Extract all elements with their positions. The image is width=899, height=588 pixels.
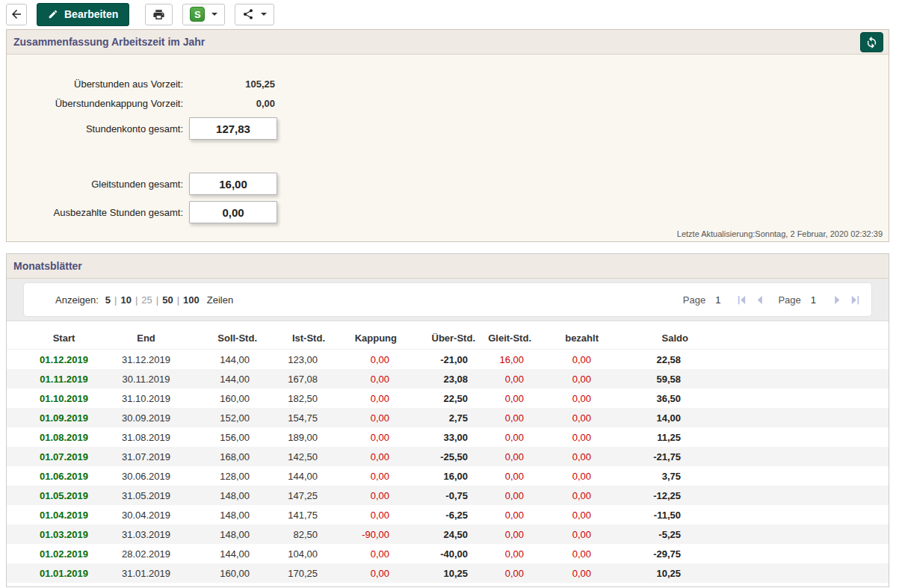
cell-1: 31.10.2019 <box>111 393 182 404</box>
prev-page-icon[interactable] <box>754 294 765 306</box>
cell-0: 01.01.2019 <box>17 568 111 579</box>
cell-0: 01.09.2019 <box>17 412 111 424</box>
export-button[interactable]: S <box>182 4 225 25</box>
cell-8: 3,75 <box>602 471 691 482</box>
cell-3: 142,50 <box>260 451 328 462</box>
cell-5: -25,50 <box>400 451 478 462</box>
cell-8: -21,75 <box>602 451 691 462</box>
table-row[interactable]: 01.02.201928.02.2019144,00104,000,00-40,… <box>7 544 889 563</box>
cell-5: -0,75 <box>400 490 478 501</box>
cell-2: 144,00 <box>182 374 260 385</box>
cell-2: 168,00 <box>182 451 260 462</box>
cell-3: 182,50 <box>260 393 328 404</box>
grid-pager-inner: Anzeigen: 5|10|25|50|100 Zeilen Page 1 P… <box>23 282 872 317</box>
column-header-7[interactable]: bezahlt <box>534 332 602 344</box>
cell-1: 28.02.2019 <box>111 548 182 560</box>
next-page-icon[interactable] <box>832 294 843 306</box>
cell-0: 01.05.2019 <box>17 490 111 501</box>
cell-1: 30.06.2019 <box>111 471 182 482</box>
table-row[interactable]: 01.09.201930.09.2019152,00154,750,002,75… <box>7 408 889 427</box>
cell-1: 30.11.2019 <box>111 374 182 385</box>
page-number: 1 <box>715 294 720 306</box>
cell-1: 31.08.2019 <box>111 432 182 443</box>
print-button[interactable] <box>145 4 173 25</box>
cell-7: 0,00 <box>534 354 602 365</box>
page-size-25[interactable]: 25 <box>141 294 152 306</box>
column-header-4[interactable]: Kappung <box>328 332 400 344</box>
cell-1: 31.01.2019 <box>111 568 182 579</box>
cell-8: 14,00 <box>602 412 691 424</box>
edit-button[interactable]: Bearbeiten <box>37 3 129 26</box>
cell-1: 31.05.2019 <box>111 490 182 501</box>
refresh-icon <box>865 36 878 49</box>
table-row[interactable]: 01.11.201930.11.2019144,00167,080,0023,0… <box>7 369 889 389</box>
cell-4: 0,00 <box>328 490 400 501</box>
column-header-8[interactable]: Saldo <box>602 332 691 344</box>
column-header-6[interactable]: Gleit-Std. <box>478 332 534 344</box>
table-row[interactable]: 01.12.201931.12.2019144,00123,000,00-21,… <box>7 350 889 369</box>
cell-4: 0,00 <box>328 354 400 365</box>
page-size-50[interactable]: 50 <box>162 294 173 306</box>
back-button[interactable] <box>6 4 27 25</box>
edit-button-label: Bearbeiten <box>64 8 118 20</box>
table-row[interactable]: 01.10.201931.10.2019160,00182,500,0022,5… <box>7 389 889 408</box>
column-header-1[interactable]: End <box>111 332 182 344</box>
table-row[interactable]: 01.03.201931.03.2019148,0082,50-90,0024,… <box>7 524 889 544</box>
cell-4: 0,00 <box>328 374 400 385</box>
cell-2: 128,00 <box>182 471 260 482</box>
cell-4: -90,00 <box>328 529 400 540</box>
cell-0: 01.08.2019 <box>17 432 111 443</box>
cell-0: 01.12.2019 <box>17 354 111 365</box>
table-row[interactable]: 01.07.201931.07.2019168,00142,500,00-25,… <box>7 447 889 466</box>
cell-4: 0,00 <box>328 568 400 579</box>
cell-4: 0,00 <box>328 393 400 404</box>
refresh-button[interactable] <box>860 32 883 52</box>
cell-7: 0,00 <box>534 451 602 462</box>
table-row[interactable]: 01.06.201930.06.2019128,00144,000,0016,0… <box>7 466 889 486</box>
column-header-3[interactable]: Ist-Std. <box>260 332 328 344</box>
summary-panel: Zusammenfassung Arbeitszeit im Jahr Über… <box>6 29 889 242</box>
gleitstunden-input[interactable] <box>189 173 277 195</box>
cell-6: 0,00 <box>478 471 534 482</box>
cell-7: 0,00 <box>534 529 602 540</box>
cell-4: 0,00 <box>328 432 400 443</box>
field-label: Gleitstunden gesamt: <box>17 179 183 190</box>
column-header-5[interactable]: Über-Std. <box>400 332 478 344</box>
cell-5: 33,00 <box>400 432 478 443</box>
cell-5: 22,50 <box>400 393 478 404</box>
cell-8: -5,25 <box>602 529 691 540</box>
page-size-separator: | <box>114 294 117 306</box>
cell-6: 0,00 <box>478 432 534 443</box>
cell-3: 154,75 <box>260 412 328 424</box>
cell-8: -29,75 <box>602 548 691 560</box>
page-size-5[interactable]: 5 <box>105 294 111 306</box>
grid-pager: Anzeigen: 5|10|25|50|100 Zeilen Page 1 P… <box>7 279 889 321</box>
ausbezahlt-input[interactable] <box>189 201 277 223</box>
field-label: Ausbezahlte Stunden gesamt: <box>17 207 183 218</box>
field-value: 105,25 <box>189 78 277 90</box>
table-row[interactable]: 01.08.201931.08.2019156,00189,000,0033,0… <box>7 427 889 447</box>
cell-0: 01.04.2019 <box>17 510 111 521</box>
cell-7: 0,00 <box>534 432 602 443</box>
last-page-icon[interactable] <box>850 294 861 306</box>
column-header-0[interactable]: Start <box>17 332 111 344</box>
page-size-10[interactable]: 10 <box>120 294 131 306</box>
table-row[interactable]: 01.04.201930.04.2019148,00141,750,00-6,2… <box>7 505 889 524</box>
cell-1: 30.09.2019 <box>111 412 182 424</box>
share-button[interactable] <box>235 4 274 25</box>
table-row[interactable]: 01.01.201931.01.2019160,00170,250,0010,2… <box>7 563 889 583</box>
cell-4: 0,00 <box>328 451 400 462</box>
stundenkonto-input[interactable] <box>189 117 277 140</box>
cell-3: 141,75 <box>260 510 328 521</box>
page-size-100[interactable]: 100 <box>183 294 200 306</box>
field-label: Überstunden aus Vorzeit: <box>17 78 183 90</box>
column-header-2[interactable]: Soll-Std. <box>182 332 260 344</box>
table-row[interactable]: 01.05.201931.05.2019148,00147,250,00-0,7… <box>7 486 889 505</box>
cell-2: 152,00 <box>182 412 260 424</box>
cell-2: 148,00 <box>182 490 260 501</box>
cell-2: 144,00 <box>182 548 260 560</box>
cell-8: -12,25 <box>602 490 691 501</box>
first-page-icon[interactable] <box>736 294 747 306</box>
field-overtime-prev: Überstunden aus Vorzeit: 105,25 <box>17 74 889 93</box>
cell-3: 170,25 <box>260 568 328 579</box>
